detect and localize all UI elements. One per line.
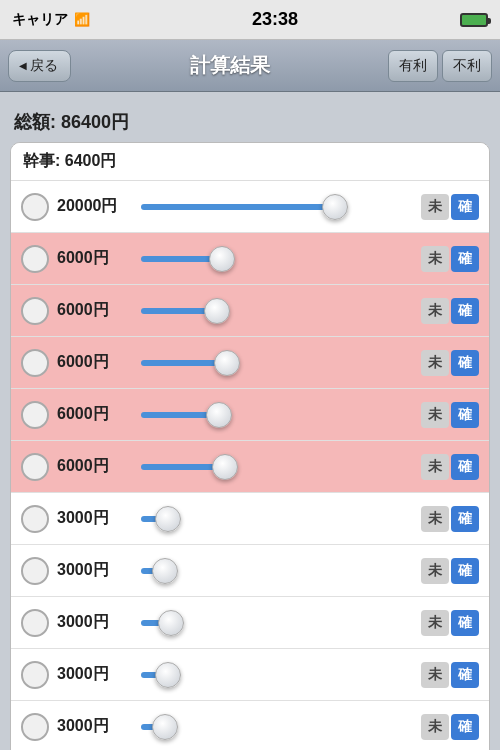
rows-container: 20000円 未 確 6000円 未 確 6000円 未 <box>11 181 489 750</box>
row-checkbox[interactable] <box>21 297 49 325</box>
table-row: 6000円 未 確 <box>11 233 489 285</box>
slider-thumb[interactable] <box>214 350 240 376</box>
row-amount: 6000円 <box>57 352 129 373</box>
mizen-badge: 未 <box>421 558 449 584</box>
nav-bar: 戻る 計算結果 有利 不利 <box>0 40 500 92</box>
row-checkbox[interactable] <box>21 609 49 637</box>
slider-container[interactable] <box>141 249 411 269</box>
kakutei-badge[interactable]: 確 <box>451 298 479 324</box>
slider-container[interactable] <box>141 613 411 633</box>
row-amount: 3000円 <box>57 560 129 581</box>
mizen-badge: 未 <box>421 350 449 376</box>
slider-container[interactable] <box>141 457 411 477</box>
slider-container[interactable] <box>141 717 411 737</box>
row-amount: 3000円 <box>57 716 129 737</box>
content-area: 総額: 86400円 幹事: 6400円 20000円 未 確 6000円 未 … <box>0 92 500 750</box>
kakutei-badge[interactable]: 確 <box>451 714 479 740</box>
status-badges: 未 確 <box>421 194 479 220</box>
mizen-badge: 未 <box>421 402 449 428</box>
slider-container[interactable] <box>141 665 411 685</box>
kakutei-badge[interactable]: 確 <box>451 350 479 376</box>
mizen-badge: 未 <box>421 506 449 532</box>
status-left: キャリア 📶 <box>12 11 90 29</box>
back-button[interactable]: 戻る <box>8 50 71 82</box>
mizen-badge: 未 <box>421 662 449 688</box>
row-checkbox[interactable] <box>21 245 49 273</box>
kakutei-badge[interactable]: 確 <box>451 194 479 220</box>
slider-thumb[interactable] <box>155 662 181 688</box>
nav-title: 計算結果 <box>190 52 270 79</box>
mizen-badge: 未 <box>421 298 449 324</box>
slider-thumb[interactable] <box>152 714 178 740</box>
kakutei-badge[interactable]: 確 <box>451 610 479 636</box>
yuri-button[interactable]: 有利 <box>388 50 438 82</box>
row-checkbox[interactable] <box>21 401 49 429</box>
status-badges: 未 確 <box>421 350 479 376</box>
status-badges: 未 確 <box>421 454 479 480</box>
kakutei-badge[interactable]: 確 <box>451 454 479 480</box>
row-checkbox[interactable] <box>21 349 49 377</box>
table-row: 6000円 未 確 <box>11 285 489 337</box>
mizen-badge: 未 <box>421 454 449 480</box>
table-row: 6000円 未 確 <box>11 337 489 389</box>
furi-button[interactable]: 不利 <box>442 50 492 82</box>
status-badges: 未 確 <box>421 558 479 584</box>
card-header: 幹事: 6400円 <box>11 143 489 181</box>
kakutei-badge[interactable]: 確 <box>451 246 479 272</box>
row-checkbox[interactable] <box>21 505 49 533</box>
row-amount: 20000円 <box>57 196 129 217</box>
row-amount: 3000円 <box>57 664 129 685</box>
table-row: 20000円 未 確 <box>11 181 489 233</box>
status-bar: キャリア 📶 23:38 <box>0 0 500 40</box>
battery-icon <box>460 13 488 27</box>
slider-container[interactable] <box>141 301 411 321</box>
slider-thumb[interactable] <box>152 558 178 584</box>
mizen-badge: 未 <box>421 246 449 272</box>
table-row: 3000円 未 確 <box>11 493 489 545</box>
kakutei-badge[interactable]: 確 <box>451 506 479 532</box>
kakutei-badge[interactable]: 確 <box>451 662 479 688</box>
slider-container[interactable] <box>141 509 411 529</box>
table-row: 3000円 未 確 <box>11 597 489 649</box>
slider-container[interactable] <box>141 405 411 425</box>
table-row: 6000円 未 確 <box>11 441 489 493</box>
status-badges: 未 確 <box>421 402 479 428</box>
row-checkbox[interactable] <box>21 453 49 481</box>
row-amount: 6000円 <box>57 300 129 321</box>
slider-thumb[interactable] <box>206 402 232 428</box>
nav-right-buttons: 有利 不利 <box>388 50 492 82</box>
status-badges: 未 確 <box>421 662 479 688</box>
row-amount: 6000円 <box>57 248 129 269</box>
kakutei-badge[interactable]: 確 <box>451 558 479 584</box>
table-row: 3000円 未 確 <box>11 545 489 597</box>
table-row: 3000円 未 確 <box>11 649 489 701</box>
status-badges: 未 確 <box>421 506 479 532</box>
slider-thumb[interactable] <box>158 610 184 636</box>
slider-thumb[interactable] <box>204 298 230 324</box>
row-amount: 6000円 <box>57 404 129 425</box>
row-checkbox[interactable] <box>21 193 49 221</box>
row-checkbox[interactable] <box>21 557 49 585</box>
slider-container[interactable] <box>141 353 411 373</box>
row-amount: 3000円 <box>57 508 129 529</box>
slider-container[interactable] <box>141 197 411 217</box>
status-badges: 未 確 <box>421 246 479 272</box>
status-badges: 未 確 <box>421 714 479 740</box>
results-card: 幹事: 6400円 20000円 未 確 6000円 未 確 6000円 <box>10 142 490 750</box>
slider-container[interactable] <box>141 561 411 581</box>
mizen-badge: 未 <box>421 714 449 740</box>
slider-thumb[interactable] <box>212 454 238 480</box>
slider-thumb[interactable] <box>209 246 235 272</box>
kakutei-badge[interactable]: 確 <box>451 402 479 428</box>
row-amount: 3000円 <box>57 612 129 633</box>
slider-track-left <box>141 204 335 210</box>
row-amount: 6000円 <box>57 456 129 477</box>
row-checkbox[interactable] <box>21 713 49 741</box>
status-badges: 未 確 <box>421 298 479 324</box>
status-right <box>460 13 488 27</box>
carrier-label: キャリア <box>12 11 68 29</box>
table-row: 3000円 未 確 <box>11 701 489 750</box>
row-checkbox[interactable] <box>21 661 49 689</box>
slider-thumb[interactable] <box>322 194 348 220</box>
slider-thumb[interactable] <box>155 506 181 532</box>
